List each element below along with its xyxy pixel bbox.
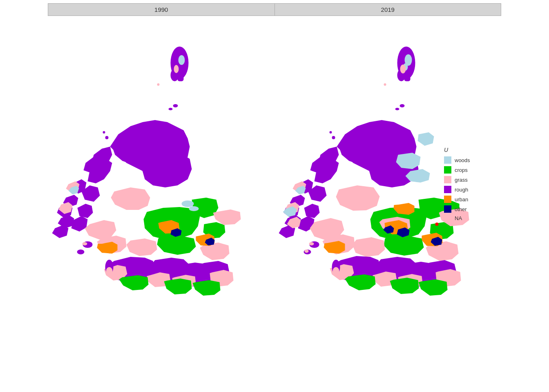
- svg-point-54: [105, 136, 109, 139]
- maps-container: U woods crops grass rough urban other: [48, 16, 501, 383]
- svg-point-3: [179, 55, 185, 65]
- svg-point-129: [435, 223, 439, 226]
- svg-marker-118: [390, 278, 419, 294]
- legend-item-woods: woods: [444, 156, 493, 164]
- svg-point-57: [106, 267, 113, 275]
- svg-point-128: [333, 267, 339, 275]
- grass-label: grass: [455, 177, 468, 183]
- svg-point-4: [174, 65, 179, 73]
- svg-marker-88: [353, 237, 385, 257]
- svg-point-122: [309, 242, 314, 245]
- svg-point-125: [332, 136, 335, 139]
- svg-marker-85: [336, 185, 380, 211]
- map-1990: [48, 16, 274, 383]
- legend-item-rough: rough: [444, 186, 493, 193]
- legend-item-grass: grass: [444, 176, 493, 183]
- svg-marker-47: [119, 275, 149, 290]
- svg-point-65: [400, 65, 406, 74]
- crops-label: crops: [455, 167, 468, 173]
- woods-swatch: [444, 156, 451, 164]
- svg-marker-48: [164, 278, 192, 294]
- svg-marker-13: [142, 151, 192, 187]
- svg-point-126: [384, 83, 386, 86]
- svg-point-52: [83, 242, 87, 245]
- other-label: other: [455, 206, 467, 212]
- svg-marker-79: [418, 132, 434, 146]
- legend-item-other: other: [444, 205, 493, 213]
- header-bar: 1990 2019: [48, 3, 501, 16]
- legend-na-label: NA: [444, 215, 493, 221]
- svg-point-53: [103, 131, 105, 134]
- crops-swatch: [444, 166, 451, 174]
- legend-item-crops: crops: [444, 166, 493, 174]
- svg-marker-71: [304, 204, 320, 218]
- svg-point-51: [77, 249, 85, 254]
- woods-label: woods: [455, 157, 470, 163]
- year-1990-label: 1990: [48, 4, 275, 16]
- map-svg-1990: [48, 16, 274, 383]
- svg-point-5: [173, 104, 178, 107]
- legend-title: U: [444, 147, 493, 153]
- year-2019-label: 2019: [275, 4, 501, 16]
- svg-point-6: [169, 108, 173, 110]
- svg-point-67: [395, 108, 399, 110]
- svg-marker-117: [345, 274, 376, 290]
- svg-marker-82: [384, 236, 424, 256]
- svg-marker-49: [193, 280, 221, 296]
- svg-point-124: [330, 131, 332, 134]
- svg-marker-119: [419, 279, 448, 296]
- svg-point-55: [157, 83, 160, 86]
- svg-point-123: [305, 249, 309, 253]
- svg-marker-20: [111, 187, 150, 210]
- legend: U woods crops grass rough urban other: [444, 147, 493, 221]
- legend-item-urban: urban: [444, 196, 493, 203]
- svg-marker-18: [157, 236, 196, 255]
- svg-marker-23: [127, 238, 157, 256]
- urban-swatch: [444, 196, 451, 203]
- svg-marker-35: [52, 225, 69, 238]
- svg-marker-10: [78, 204, 93, 218]
- grass-swatch: [444, 176, 451, 183]
- svg-point-58: [182, 200, 194, 207]
- urban-label: urban: [455, 196, 468, 203]
- other-swatch: [444, 205, 451, 213]
- svg-point-66: [400, 104, 405, 107]
- svg-point-59: [189, 206, 199, 211]
- rough-swatch: [444, 186, 451, 193]
- rough-label: rough: [455, 187, 468, 193]
